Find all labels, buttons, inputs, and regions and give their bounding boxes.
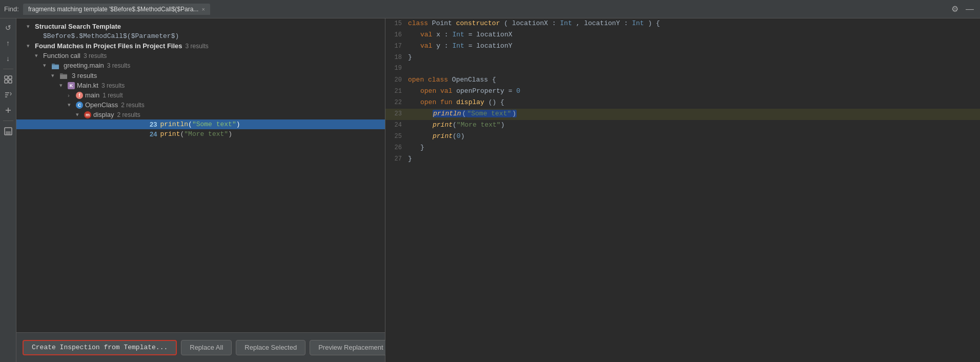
code-line-25: 25 print(0) bbox=[385, 131, 980, 143]
code-line-20: 20 open class OpenClass { bbox=[385, 75, 980, 86]
code-line-21: 21 open val openProperty = 0 bbox=[385, 86, 980, 97]
svg-rect-10 bbox=[6, 131, 11, 134]
expand-icon[interactable] bbox=[2, 104, 14, 116]
group-icon[interactable] bbox=[2, 73, 14, 86]
chevron-right-icon: › bbox=[68, 92, 74, 98]
gutter-17: 17 bbox=[390, 42, 408, 51]
up-icon[interactable]: ↑ bbox=[2, 37, 14, 49]
code-editor: 15 class Point constructor ( locationX :… bbox=[385, 18, 980, 362]
code-content-23: println("Some text") bbox=[408, 109, 976, 119]
chevron-down-icon-2: ▾ bbox=[27, 43, 33, 49]
code-content-22: open fun display () { bbox=[408, 97, 976, 108]
replace-all-button[interactable]: Replace All bbox=[181, 340, 232, 355]
code-content-17: val y : Int = locationY bbox=[408, 41, 976, 52]
function-call-item[interactable]: ▾ Function call 3 results bbox=[16, 51, 385, 61]
results-tree: ▾ Structural Search Template $Before$.$M… bbox=[16, 18, 385, 332]
found-matches-item[interactable]: ▾ Found Matches in Project Files in Proj… bbox=[16, 41, 385, 51]
display-label: display bbox=[93, 111, 114, 118]
refresh-icon[interactable]: ↺ bbox=[2, 22, 14, 34]
gutter-18: 18 bbox=[390, 53, 408, 63]
line24-item[interactable]: 24 print("More text") bbox=[16, 129, 385, 139]
code-content-15: class Point constructor ( locationX : In… bbox=[408, 18, 976, 29]
line23-item[interactable]: 23 println("Some text") bbox=[16, 119, 385, 129]
svg-rect-2 bbox=[5, 80, 8, 83]
code-content-26: } bbox=[408, 143, 976, 153]
chevron-down-icon: ▾ bbox=[27, 23, 33, 30]
chevron-down-icon-3: ▾ bbox=[35, 52, 41, 59]
settings-icon[interactable]: ⚙ bbox=[949, 3, 961, 15]
code-content-18: } bbox=[408, 52, 976, 63]
display-count: 2 results bbox=[117, 111, 140, 118]
find-bar: Find: fragments matching template '$Befo… bbox=[0, 0, 980, 18]
function-call-count: 3 results bbox=[84, 52, 107, 59]
create-inspection-button[interactable]: Create Inspection from Template... bbox=[23, 340, 177, 355]
gutter-21: 21 bbox=[390, 87, 408, 96]
greeting-main-count: 3 results bbox=[107, 62, 130, 69]
template-pattern-item[interactable]: $Before$.$MethodCall$($Parameter$) bbox=[16, 31, 385, 41]
down-icon[interactable]: ↓ bbox=[2, 52, 14, 65]
preview-icon[interactable] bbox=[2, 125, 14, 137]
code-content-16: val x : Int = locationX bbox=[408, 30, 976, 41]
gutter-20: 20 bbox=[390, 75, 408, 85]
code-content-20: open class OpenClass { bbox=[408, 75, 976, 86]
gutter-22: 22 bbox=[390, 98, 408, 108]
greeting-main-item[interactable]: ▾ greeting.main 3 results bbox=[16, 61, 385, 71]
chevron-down-icon-8: ▾ bbox=[76, 111, 82, 118]
method-icon: m bbox=[84, 111, 91, 118]
function-call-label: Function call bbox=[43, 52, 80, 59]
find-tab-text: fragments matching template '$Before$.$M… bbox=[28, 6, 198, 13]
svg-rect-1 bbox=[9, 76, 12, 79]
template-pattern: $Before$.$MethodCall$($Parameter$) bbox=[35, 32, 179, 40]
open-class-item[interactable]: ▾ C OpenClass 2 results bbox=[16, 100, 385, 110]
minimize-icon[interactable]: — bbox=[964, 3, 976, 15]
println-fn: println bbox=[160, 120, 188, 128]
class-icon: C bbox=[76, 102, 83, 109]
line24-code: print("More text") bbox=[160, 130, 232, 138]
main-kt-count: 3 results bbox=[101, 82, 125, 89]
gutter-19: 19 bbox=[390, 64, 408, 73]
sort-icon[interactable] bbox=[2, 89, 14, 101]
open-class-count: 2 results bbox=[121, 102, 144, 109]
find-tab[interactable]: fragments matching template '$Before$.$M… bbox=[23, 4, 210, 15]
code-content-21: open val openProperty = 0 bbox=[408, 86, 976, 97]
find-bar-actions: ⚙ — bbox=[949, 3, 976, 15]
main-kt-label: Main.kt bbox=[77, 82, 98, 89]
subfolder-icon bbox=[59, 72, 68, 80]
code-line-23: 23 println("Some text") bbox=[385, 109, 980, 120]
folder-icon bbox=[51, 62, 59, 70]
svg-rect-3 bbox=[9, 80, 12, 83]
display-item[interactable]: ▾ m display 2 results bbox=[16, 110, 385, 119]
main-fn-label: main bbox=[85, 91, 99, 99]
code-content-24: print("More text") bbox=[408, 120, 976, 131]
left-toolbar: ↺ ↑ ↓ bbox=[0, 18, 16, 362]
constructor-fn: constructor bbox=[456, 19, 500, 27]
main-fn-item[interactable]: › f main 1 result bbox=[16, 90, 385, 100]
open-class-label: OpenClass bbox=[85, 101, 118, 109]
bottom-bar: Create Inspection from Template... Repla… bbox=[16, 332, 385, 362]
structural-search-label: Structural Search Template bbox=[35, 23, 121, 30]
code-line-19: 19 bbox=[385, 64, 980, 75]
chevron-down-icon-7: ▾ bbox=[68, 102, 74, 108]
code-line-24: 24 print("More text") bbox=[385, 120, 980, 131]
paren-close2: ) bbox=[228, 130, 232, 138]
chevron-down-icon-4: ▾ bbox=[43, 62, 49, 69]
print-fn: print bbox=[160, 130, 180, 138]
sub-results-item[interactable]: ▾ 3 results bbox=[16, 71, 385, 81]
sub-results-label: 3 results bbox=[72, 72, 97, 79]
svg-rect-0 bbox=[5, 76, 8, 79]
more-text-str: "More text" bbox=[184, 130, 228, 138]
chevron-down-icon-6: ▾ bbox=[59, 82, 66, 89]
code-content-27: } bbox=[408, 154, 976, 165]
replace-selected-button[interactable]: Replace Selected bbox=[236, 340, 305, 355]
found-matches-count: 3 results bbox=[186, 43, 209, 50]
main-kt-item[interactable]: ▾ K Main.kt 3 results bbox=[16, 81, 385, 90]
code-line-17: 17 val y : Int = locationY bbox=[385, 41, 980, 52]
code-line-18: 18 } bbox=[385, 52, 980, 64]
gutter-24: 24 bbox=[390, 120, 408, 130]
found-matches-label: Found Matches in Project Files in Projec… bbox=[35, 42, 182, 50]
close-tab-icon[interactable]: × bbox=[201, 6, 205, 12]
structural-search-template-item[interactable]: ▾ Structural Search Template bbox=[16, 22, 385, 31]
gutter-26: 26 bbox=[390, 143, 408, 153]
gutter-23: 23 bbox=[390, 109, 408, 119]
preview-replacement-button[interactable]: Preview Replacement bbox=[310, 340, 392, 355]
